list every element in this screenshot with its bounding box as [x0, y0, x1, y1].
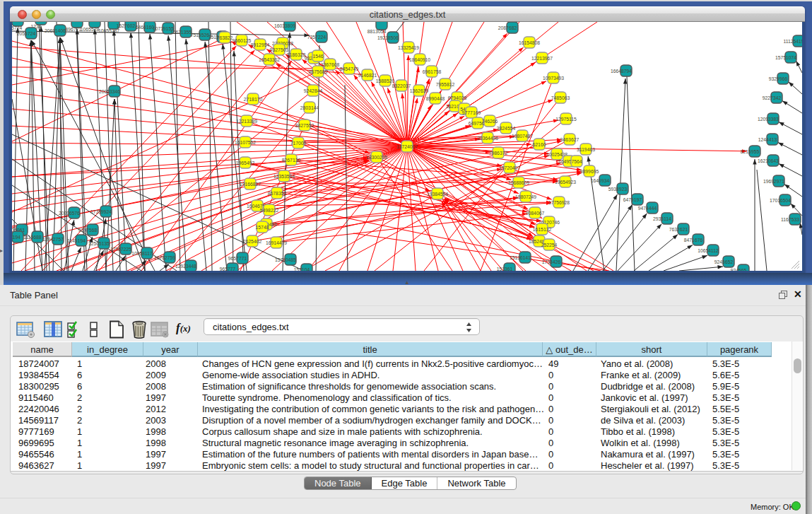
svg-text:15720407: 15720407: [499, 165, 520, 170]
svg-text:8186328: 8186328: [287, 52, 306, 57]
svg-text:8427552: 8427552: [295, 123, 314, 128]
svg-text:1588520: 1588520: [376, 78, 395, 83]
svg-text:9777169: 9777169: [462, 110, 481, 115]
svg-text:7625402: 7625402: [243, 239, 262, 244]
svg-text:7515526: 7515526: [191, 33, 210, 37]
svg-text:9242844: 9242844: [304, 88, 323, 93]
svg-text:12505135: 12505135: [88, 241, 110, 246]
svg-text:20364436: 20364436: [477, 136, 498, 141]
svg-text:12942757: 12942757: [42, 237, 64, 242]
svg-text:9474444: 9474444: [638, 206, 657, 211]
svg-text:1615132: 1615132: [533, 227, 552, 232]
svg-text:1065528: 1065528: [81, 27, 100, 32]
svg-text:7357224: 7357224: [307, 35, 326, 40]
svg-text:717008: 717008: [290, 141, 307, 146]
svg-text:15748: 15748: [256, 225, 269, 230]
svg-text:10688609: 10688609: [508, 180, 529, 185]
svg-text:11125419: 11125419: [783, 39, 802, 44]
svg-text:9899695: 9899695: [580, 169, 599, 174]
svg-text:8215955: 8215955: [741, 149, 760, 154]
svg-text:10655287: 10655287: [98, 28, 119, 33]
svg-text:1733426: 1733426: [542, 259, 561, 264]
svg-text:18807249: 18807249: [515, 194, 536, 199]
svg-text:18640910: 18640910: [409, 57, 430, 62]
svg-text:9084067: 9084067: [526, 211, 545, 216]
svg-text:15751074: 15751074: [775, 55, 796, 60]
svg-text:16648794: 16648794: [611, 69, 632, 74]
svg-text:19692971: 19692971: [763, 179, 784, 184]
svg-text:9397568: 9397568: [78, 228, 98, 233]
svg-text:17756928: 17756928: [548, 200, 570, 205]
svg-text:7485063: 7485063: [551, 95, 570, 100]
svg-text:10654112: 10654112: [698, 248, 719, 253]
svg-text:9146821: 9146821: [358, 73, 377, 78]
svg-text:151361: 151361: [497, 267, 513, 271]
svg-text:2718170: 2718170: [244, 97, 263, 102]
svg-text:20691406: 20691406: [45, 28, 66, 33]
svg-text:9327503: 9327503: [270, 47, 289, 52]
svg-text:19654923: 19654923: [555, 180, 576, 185]
svg-text:6479197: 6479197: [623, 197, 642, 202]
svg-text:1362639: 1362639: [410, 88, 429, 93]
svg-text:18300295: 18300295: [366, 155, 387, 160]
svg-text:16914479: 16914479: [266, 240, 287, 245]
svg-text:8322037: 8322037: [392, 83, 411, 88]
svg-text:3824554: 3824554: [497, 126, 516, 131]
svg-text:2055724: 2055724: [17, 31, 36, 36]
svg-text:7986372: 7986372: [489, 151, 508, 156]
svg-text:17016504: 17016504: [770, 198, 791, 203]
svg-text:62160: 62160: [533, 142, 546, 147]
svg-text:2087682: 2087682: [498, 25, 517, 30]
svg-text:7632621: 7632621: [669, 227, 688, 232]
svg-text:6794028: 6794028: [448, 95, 467, 100]
svg-text:7955812: 7955812: [436, 82, 455, 87]
svg-text:965777: 965777: [220, 267, 236, 271]
svg-text:18724007: 18724007: [396, 144, 418, 149]
svg-text:16033809: 16033809: [274, 23, 295, 28]
svg-text:12975115: 12975115: [555, 117, 577, 122]
svg-text:10807487: 10807487: [512, 134, 533, 139]
svg-text:16154808: 16154808: [519, 40, 540, 45]
svg-text:1527602: 1527602: [117, 23, 136, 28]
svg-text:6961758: 6961758: [423, 69, 442, 74]
svg-text:8912954: 8912954: [251, 42, 270, 47]
svg-text:8471676: 8471676: [684, 238, 703, 243]
svg-text:8675685: 8675685: [309, 69, 328, 74]
svg-text:16210643: 16210643: [758, 158, 779, 163]
svg-text:15136141: 15136141: [510, 255, 531, 260]
svg-text:20053346: 20053346: [99, 89, 120, 94]
svg-text:924565: 924565: [731, 268, 747, 271]
svg-text:12353594: 12353594: [273, 174, 295, 179]
svg-text:9463627: 9463627: [560, 137, 579, 142]
svg-text:16543362: 16543362: [259, 57, 280, 62]
svg-text:157104: 157104: [294, 267, 310, 271]
svg-text:16782759: 16782759: [154, 255, 175, 260]
svg-text:12213967: 12213967: [531, 56, 553, 61]
svg-text:1640934: 1640934: [591, 178, 610, 183]
svg-text:16671355: 16671355: [170, 30, 192, 35]
svg-text:9329966: 9329966: [769, 76, 788, 81]
svg-text:8678352: 8678352: [268, 191, 287, 196]
svg-text:13325419: 13325419: [398, 45, 419, 50]
svg-text:2803144: 2803144: [300, 105, 319, 110]
svg-text:1546: 1546: [312, 54, 323, 59]
svg-text:252254: 252254: [541, 243, 558, 247]
svg-text:17359924: 17359924: [90, 209, 112, 214]
svg-text:19384554: 19384554: [427, 192, 448, 197]
svg-text:12213389: 12213389: [236, 119, 257, 124]
svg-text:1115688: 1115688: [23, 235, 42, 240]
svg-text:7564: 7564: [571, 159, 582, 164]
svg-text:9227342: 9227342: [763, 95, 782, 100]
svg-text:5938923: 5938923: [608, 187, 628, 192]
svg-text:5498222: 5498222: [260, 208, 279, 213]
svg-text:10958117: 10958117: [131, 251, 153, 256]
svg-text:2055724: 2055724: [12, 25, 22, 30]
svg-text:19166827: 19166827: [240, 182, 261, 187]
svg-text:15710485: 15710485: [275, 257, 296, 262]
svg-text:1244413: 1244413: [758, 137, 777, 142]
svg-text:1145194: 1145194: [67, 238, 86, 243]
svg-text:9657771: 9657771: [228, 256, 247, 261]
svg-text:12923448: 12923448: [175, 264, 196, 269]
svg-text:1167533: 1167533: [781, 217, 799, 222]
svg-text:8454749: 8454749: [340, 66, 359, 71]
